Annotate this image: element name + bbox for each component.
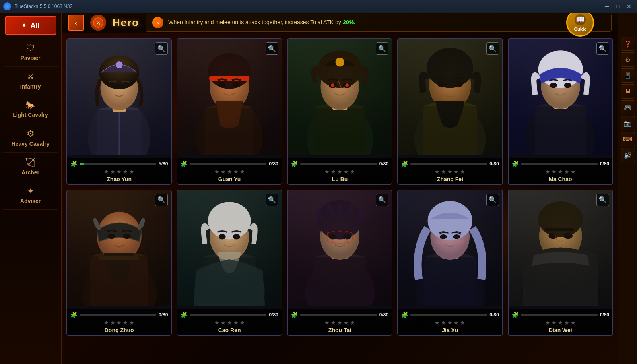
- puzzle-icon: 🧩: [291, 312, 298, 318]
- card-bottom: 🧩 0/80 ★ ★ ★ ★ ★ Zhou Tai: [288, 309, 392, 335]
- stars-row: ★ ★ ★ ★ ★: [70, 168, 168, 175]
- game-logo: ⚔: [90, 15, 106, 31]
- back-button[interactable]: ‹: [68, 15, 84, 31]
- titlebar: BlueStacks 5.5.0.1063 N32 ─ □ ✕: [0, 0, 637, 13]
- volume-button[interactable]: 🔊: [621, 148, 635, 162]
- minimize-button[interactable]: ─: [602, 2, 612, 10]
- adviser-icon: ✦: [27, 186, 34, 196]
- stars-row: ★ ★ ★ ★ ★: [291, 168, 388, 175]
- hero-name: Ma Chao: [512, 176, 609, 182]
- zhou-tai-portrait: [288, 190, 392, 306]
- star-4: ★: [344, 319, 349, 326]
- hero-card-lu-bu[interactable]: 🔍 🧩 0/80 ★ ★ ★ ★ ★ Lu Bu: [287, 38, 392, 185]
- settings-button[interactable]: ⚙: [621, 52, 635, 67]
- right-toolbar: ❓ ⚙ 📱 🖥 🎮 📷 ⌨ 🔊: [618, 13, 637, 364]
- progress-text: 0/80: [600, 312, 609, 318]
- portrait-glow: [288, 190, 392, 306]
- ma-chao-portrait: [509, 39, 612, 155]
- hero-card-zhang-fei[interactable]: 🔍 🧩 0/80 ★ ★ ★ ★ ★ Zhang Fei: [397, 38, 503, 185]
- star-3: ★: [227, 168, 232, 175]
- zhao-yun-portrait: [67, 39, 171, 155]
- progress-row: 🧩 0/80: [70, 312, 168, 318]
- gamepad-button[interactable]: 🎮: [621, 100, 635, 114]
- star-2: ★: [331, 168, 336, 175]
- guide-button[interactable]: 📖 Guide: [566, 9, 594, 37]
- search-icon[interactable]: 🔍: [155, 194, 168, 206]
- hero-name: Zhang Fei: [401, 176, 499, 182]
- portrait-glow: [67, 39, 171, 155]
- star-2: ★: [441, 168, 446, 175]
- hero-card-zhao-yun[interactable]: 🔍 🧩 5/80 ★ ★ ★ ★ ★ Zhao Yun: [66, 38, 172, 185]
- portrait-glow: [177, 190, 281, 306]
- star-1: ★: [104, 319, 109, 326]
- star-2: ★: [552, 319, 557, 326]
- page-title: Hero: [113, 17, 139, 29]
- bluestacks-logo: [3, 2, 11, 10]
- infantry-info-icon: ⚔: [152, 17, 163, 28]
- help-button[interactable]: ❓: [621, 37, 635, 51]
- keyboard-button[interactable]: ⌨: [621, 132, 635, 146]
- star-3: ★: [447, 168, 453, 175]
- sidebar-item-heavy-cavalry[interactable]: ⚙ Heavy Cavalry: [3, 124, 58, 153]
- screen-button[interactable]: 📱: [621, 68, 635, 83]
- all-label: All: [30, 21, 39, 30]
- progress-row: 🧩 0/80: [512, 312, 609, 318]
- puzzle-icon: 🧩: [181, 161, 187, 167]
- hero-card-zhou-tai[interactable]: 🔍 🧩 0/80 ★ ★ ★ ★ ★ Zhou Tai: [287, 190, 392, 336]
- hero-card-jia-xu[interactable]: 🔍 🧩 0/80 ★ ★ ★ ★ ★ Jia Xu: [397, 190, 503, 336]
- back-arrow-icon: ‹: [75, 18, 78, 27]
- display-button[interactable]: 🖥: [621, 84, 635, 99]
- puzzle-icon: 🧩: [512, 161, 519, 167]
- star-5: ★: [129, 168, 134, 175]
- sidebar-item-archer[interactable]: 🏹 Archer: [3, 153, 58, 181]
- star-5: ★: [460, 168, 465, 175]
- progress-bar: [300, 163, 377, 165]
- search-icon[interactable]: 🔍: [486, 42, 499, 55]
- puzzle-icon: 🧩: [401, 312, 408, 318]
- search-icon[interactable]: 🔍: [376, 42, 388, 55]
- star-2: ★: [110, 319, 115, 326]
- hero-card-cao-ren[interactable]: 🔍 🧩 0/80 ★ ★ ★ ★ ★ Cao Ren: [177, 190, 282, 336]
- star-5: ★: [460, 319, 465, 326]
- archer-label: Archer: [21, 169, 39, 176]
- paviser-icon: 🛡: [26, 43, 35, 53]
- card-bottom: 🧩 0/80 ★ ★ ★ ★ ★ Dian Wei: [509, 309, 612, 335]
- progress-text: 0/80: [600, 161, 609, 167]
- game-area: ✦ All 🛡 Paviser ⚔ Infantry 🐎 Light Caval…: [0, 13, 637, 364]
- light-cavalry-icon: 🐎: [25, 101, 35, 110]
- info-banner: ⚔ When Infantry and melee units attack t…: [146, 14, 612, 32]
- hero-name: Jia Xu: [401, 327, 499, 333]
- close-button[interactable]: ✕: [624, 2, 634, 10]
- search-icon[interactable]: 🔍: [266, 42, 278, 55]
- info-text-container: When Infantry and melee units attack tog…: [168, 19, 355, 27]
- progress-text: 0/80: [379, 161, 388, 167]
- star-5: ★: [129, 319, 134, 326]
- maximize-button[interactable]: □: [613, 2, 623, 10]
- lu-bu-portrait: [288, 39, 392, 155]
- infantry-label: Infantry: [20, 83, 41, 90]
- star-4: ★: [344, 168, 349, 175]
- sidebar-item-all[interactable]: ✦ All: [5, 16, 56, 35]
- search-icon[interactable]: 🔍: [266, 194, 278, 206]
- card-bottom: 🧩 0/80 ★ ★ ★ ★ ★ Guan Yu: [177, 158, 281, 184]
- star-3: ★: [558, 168, 563, 175]
- sidebar-item-adviser[interactable]: ✦ Adviser: [3, 181, 58, 210]
- hero-card-ma-chao[interactable]: 🔍 🧩 0/80 ★ ★ ★ ★ ★ Ma Chao: [508, 38, 613, 185]
- card-bottom: 🧩 0/80 ★ ★ ★ ★ ★ Jia Xu: [398, 309, 502, 335]
- camera-button[interactable]: 📷: [621, 116, 635, 130]
- portrait-glow: [398, 190, 502, 306]
- dong-zhuo-portrait: [67, 190, 171, 306]
- progress-row: 🧩 0/80: [401, 161, 499, 167]
- search-icon[interactable]: 🔍: [155, 42, 168, 55]
- search-icon[interactable]: 🔍: [596, 42, 609, 55]
- hero-card-guan-yu[interactable]: 🔍 🧩 0/80 ★ ★ ★ ★ ★ Guan Yu: [177, 38, 282, 185]
- hero-card-dong-zhuo[interactable]: 🔍 🧩 0/80 ★ ★ ★ ★ ★ Dong Zhuo: [66, 190, 172, 336]
- search-icon[interactable]: 🔍: [376, 194, 388, 206]
- sidebar-item-paviser[interactable]: 🛡 Paviser: [3, 38, 58, 67]
- search-icon[interactable]: 🔍: [486, 194, 499, 206]
- progress-row: 🧩 0/80: [291, 161, 388, 167]
- sidebar-item-light-cavalry[interactable]: 🐎 Light Cavalry: [3, 95, 58, 124]
- sidebar-item-infantry[interactable]: ⚔ Infantry: [3, 67, 58, 95]
- hero-card-dian-wei[interactable]: 🔍 🧩 0/80 ★ ★ ★ ★ ★ Dian Wei: [508, 190, 613, 336]
- search-icon[interactable]: 🔍: [596, 194, 609, 206]
